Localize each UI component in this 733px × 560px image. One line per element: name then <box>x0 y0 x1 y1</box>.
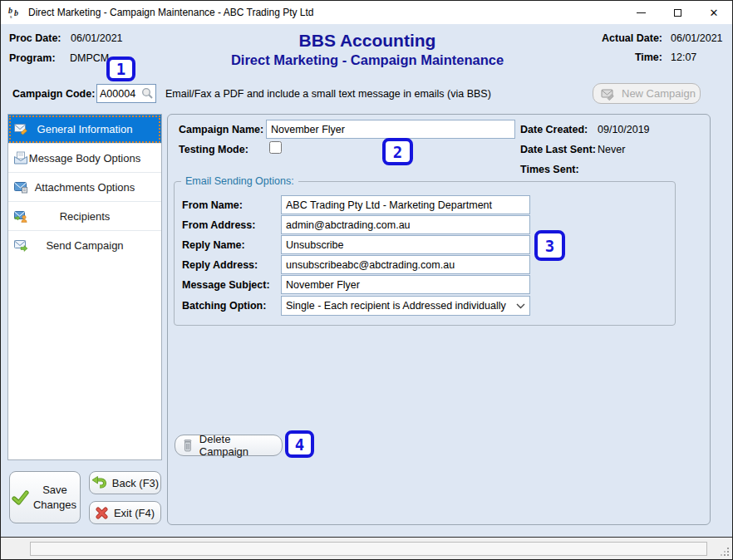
sidebar-item-attachments-options[interactable]: Attachments Options <box>8 173 161 202</box>
envelope-attachment-icon <box>14 180 28 194</box>
email-sending-options-title: Email Sending Options: <box>181 175 298 187</box>
email-sending-options-group: Email Sending Options: From Name: From A… <box>174 181 676 326</box>
annotation-marker-4: 4 <box>285 430 314 458</box>
date-last-sent-value: Never <box>598 144 625 155</box>
resize-grip[interactable] <box>720 547 730 557</box>
back-arrow-icon <box>91 476 106 489</box>
red-x-icon <box>96 507 108 519</box>
date-created-value: 09/10/2019 <box>598 124 650 135</box>
annotation-marker-3: 3 <box>534 230 565 261</box>
save-changes-label: Save Changes <box>32 483 78 512</box>
sidebar-item-label: Send Campaign <box>46 239 123 252</box>
annotation-marker-1: 1 <box>106 56 135 81</box>
window-controls: ✕ <box>622 1 732 24</box>
envelope-edit-icon <box>14 122 28 135</box>
status-bar <box>1 537 732 559</box>
back-label: Back (F3) <box>112 477 159 489</box>
actual-date-value: 06/01/2021 <box>662 32 722 44</box>
reply-name-label: Reply Name: <box>182 239 245 251</box>
campaign-code-label: Campaign Code: <box>12 88 95 100</box>
campaign-name-input[interactable] <box>266 120 515 139</box>
batching-option-select[interactable]: Single - Each recipient is Addressed ind… <box>281 296 530 316</box>
sidebar-item-general-information[interactable]: General Information <box>8 115 161 144</box>
sidebar-item-message-body-options[interactable]: Message Body Options <box>8 144 161 173</box>
sidebar-item-label: Recipients <box>60 210 111 223</box>
window-title: Direct Marketing - Campaign Maintenance … <box>28 7 314 18</box>
sidebar-item-recipients[interactable]: Recipients <box>8 202 161 231</box>
date-time-block: Actual Date: 06/01/2021 Time: 12:07 <box>602 32 722 63</box>
svg-text:b: b <box>14 8 18 17</box>
proc-date-label: Proc Date: <box>9 32 61 44</box>
status-message-panel <box>30 542 707 556</box>
campaign-code-input[interactable] <box>100 85 140 102</box>
from-name-input[interactable] <box>281 195 530 214</box>
maximize-icon <box>674 9 681 17</box>
titlebar: b s b Direct Marketing - Campaign Mainte… <box>1 1 732 24</box>
reply-address-input[interactable] <box>281 255 530 274</box>
app-title: BBS Accounting <box>201 31 534 51</box>
message-subject-input[interactable] <box>281 275 530 294</box>
trash-icon <box>182 439 194 452</box>
sidebar-nav: General Information Message Body Options… <box>7 114 162 460</box>
reply-name-input[interactable] <box>281 235 530 254</box>
sidebar-item-label: Message Body Options <box>29 152 140 165</box>
maximize-button[interactable] <box>659 1 696 24</box>
sidebar-item-label: General Information <box>37 123 133 135</box>
batching-option-value: Single - Each recipient is Addressed ind… <box>286 300 513 312</box>
campaign-code-field <box>96 84 156 103</box>
campaign-name-label: Campaign Name: <box>179 124 263 135</box>
new-campaign-label: New Campaign <box>622 87 696 100</box>
minimize-icon <box>637 12 646 13</box>
bbs-logo-icon: b s b <box>7 5 22 20</box>
app-window: b s b Direct Marketing - Campaign Mainte… <box>0 0 733 560</box>
minimize-button[interactable] <box>622 1 659 24</box>
sidebar-item-send-campaign[interactable]: Send Campaign <box>8 231 161 260</box>
exit-label: Exit (F4) <box>114 507 155 519</box>
chevron-down-icon <box>516 303 525 309</box>
delete-campaign-label: Delete Campaign <box>199 433 282 458</box>
actual-date-label: Actual Date: <box>602 32 662 44</box>
envelope-letter-icon <box>14 151 28 165</box>
times-sent-label: Times Sent: <box>520 164 579 175</box>
envelope-send-icon <box>14 238 28 252</box>
delete-campaign-button[interactable]: Delete Campaign <box>175 435 283 456</box>
envelope-edit-gray-icon <box>601 87 615 101</box>
batching-option-label: Batching Option: <box>182 300 266 312</box>
close-button[interactable]: ✕ <box>696 1 732 24</box>
from-address-input[interactable] <box>281 215 530 234</box>
date-last-sent-label: Date Last Sent: <box>520 144 596 155</box>
date-created-label: Date Created: <box>520 124 588 135</box>
proc-date-row: Proc Date: 06/01/2021 <box>9 32 123 44</box>
proc-date-value: 06/01/2021 <box>71 32 123 44</box>
close-icon: ✕ <box>710 7 719 18</box>
new-campaign-button[interactable]: New Campaign <box>593 83 701 104</box>
message-subject-label: Message Subject: <box>182 279 270 291</box>
envelope-person-icon <box>14 209 28 223</box>
program-value: DMPCM <box>70 52 109 64</box>
testing-mode-checkbox[interactable] <box>269 141 282 154</box>
save-changes-button[interactable]: Save Changes <box>9 471 81 523</box>
annotation-marker-2: 2 <box>382 138 413 165</box>
program-label: Program: <box>9 52 56 64</box>
time-value: 12:07 <box>662 52 722 63</box>
search-lookup-icon[interactable] <box>141 87 154 100</box>
from-name-label: From Name: <box>182 199 243 211</box>
program-row: Program: DMPCM <box>9 52 109 64</box>
from-address-label: From Address: <box>182 219 255 231</box>
exit-button[interactable]: Exit (F4) <box>89 501 161 524</box>
time-label: Time: <box>602 52 662 63</box>
campaign-description: Email/Fax a PDF and include a small text… <box>165 88 491 100</box>
back-button[interactable]: Back (F3) <box>89 471 161 494</box>
general-information-panel: Campaign Name: Testing Mode: Date Create… <box>167 114 711 525</box>
app-subtitle: Direct Marketing - Campaign Maintenance <box>201 52 534 68</box>
green-check-icon <box>12 489 30 506</box>
reply-address-label: Reply Address: <box>182 259 258 271</box>
testing-mode-label: Testing Mode: <box>179 144 248 155</box>
sidebar-item-label: Attachments Options <box>35 181 135 194</box>
